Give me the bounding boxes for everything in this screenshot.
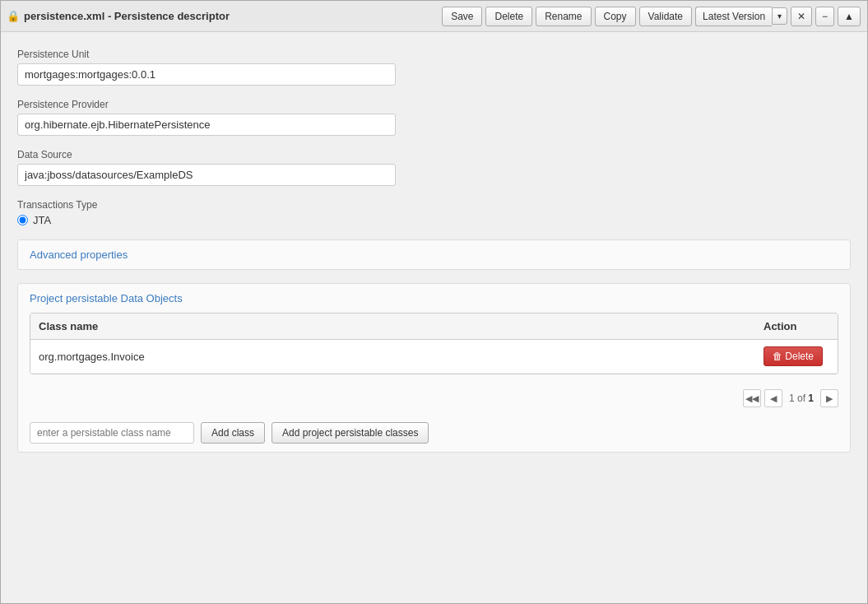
advanced-section: Advanced properties: [17, 239, 851, 270]
table-header-row: Class name Action: [30, 314, 838, 340]
titlebar: 🔒 persistence.xml - Persistence descript…: [1, 1, 867, 32]
advanced-header: Advanced properties: [18, 240, 850, 269]
data-source-input[interactable]: [17, 164, 396, 186]
titlebar-buttons: Save Delete Rename Copy Validate Latest …: [442, 7, 861, 26]
close-button[interactable]: ✕: [791, 7, 812, 26]
main-window: 🔒 persistence.xml - Persistence descript…: [0, 0, 868, 604]
persistence-provider-input[interactable]: [17, 114, 396, 136]
latest-version-button[interactable]: Latest Version: [695, 7, 772, 26]
window-title: persistence.xml - Persistence descriptor: [24, 10, 230, 22]
delete-button[interactable]: Delete: [485, 7, 532, 26]
page-total: 1: [808, 393, 814, 404]
transactions-type-group: Transactions Type JTA: [17, 199, 851, 226]
lock-icon: 🔒: [7, 11, 19, 22]
data-objects-section: Project persistable Data Objects Class n…: [17, 283, 851, 453]
class-name-cell: org.mortgages.Invoice: [30, 340, 755, 374]
titlebar-left: 🔒 persistence.xml - Persistence descript…: [7, 10, 230, 22]
latest-version-group: Latest Version ▾: [695, 7, 787, 26]
add-class-button[interactable]: Add class: [201, 422, 265, 444]
col-class-name: Class name: [30, 314, 755, 340]
data-source-group: Data Source: [17, 149, 851, 186]
delete-label: Delete: [785, 351, 814, 362]
rename-button[interactable]: Rename: [536, 7, 591, 26]
minimize-button[interactable]: −: [815, 7, 834, 26]
maximize-button[interactable]: ▲: [838, 7, 861, 26]
first-page-button[interactable]: ◀◀: [743, 389, 761, 407]
table-row: org.mortgages.Invoice 🗑 Delete: [30, 340, 838, 374]
persistence-provider-label: Persistence Provider: [17, 99, 851, 110]
page-of: of: [797, 393, 808, 404]
radio-group: JTA: [17, 214, 851, 226]
col-action: Action: [755, 314, 838, 340]
add-project-persistable-button[interactable]: Add project persistable classes: [272, 422, 429, 444]
persistence-unit-group: Persistence Unit: [17, 49, 851, 86]
content-area: Persistence Unit Persistence Provider Da…: [1, 32, 867, 482]
jta-label: JTA: [33, 214, 51, 226]
page-current: 1: [789, 393, 795, 404]
persistence-unit-label: Persistence Unit: [17, 49, 851, 60]
row-delete-button[interactable]: 🗑 Delete: [764, 346, 823, 366]
next-page-button[interactable]: ▶: [820, 389, 838, 407]
copy-button[interactable]: Copy: [595, 7, 636, 26]
latest-version-dropdown[interactable]: ▾: [772, 7, 787, 25]
prev-page-button[interactable]: ◀: [764, 389, 782, 407]
bottom-actions: Add class Add project persistable classe…: [18, 414, 850, 452]
pagination: ◀◀ ◀ 1 of 1 ▶: [18, 383, 850, 414]
advanced-properties-link[interactable]: Advanced properties: [30, 249, 128, 261]
data-source-label: Data Source: [17, 149, 851, 160]
save-button[interactable]: Save: [442, 7, 482, 26]
transactions-type-label: Transactions Type: [17, 199, 851, 211]
page-info: 1 of 1: [786, 393, 817, 404]
validate-button[interactable]: Validate: [639, 7, 692, 26]
jta-radio[interactable]: [17, 215, 28, 225]
data-objects-header: Project persistable Data Objects: [18, 284, 850, 313]
persistence-provider-group: Persistence Provider: [17, 99, 851, 136]
persistence-unit-input[interactable]: [17, 63, 396, 86]
table-container: Class name Action org.mortgages.Invoice …: [30, 313, 838, 374]
action-cell: 🗑 Delete: [755, 340, 838, 374]
data-objects-table: Class name Action org.mortgages.Invoice …: [30, 314, 838, 374]
table-body: org.mortgages.Invoice 🗑 Delete: [30, 340, 838, 374]
trash-icon: 🗑: [773, 351, 782, 362]
class-name-input[interactable]: [30, 422, 194, 444]
